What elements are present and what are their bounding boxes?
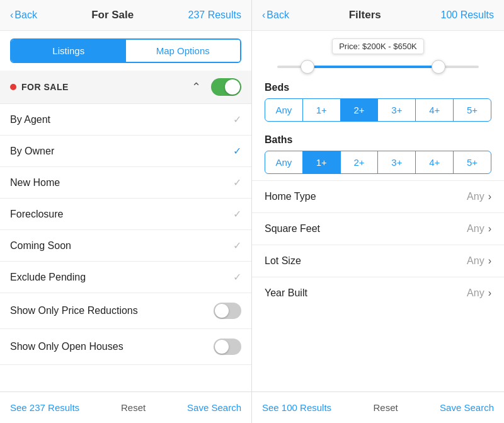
beds-label: Beds [265,82,491,93]
baths-1plus[interactable]: 1+ [303,151,341,173]
left-back-button[interactable]: ‹ Back [10,9,37,21]
list-item-label: New Home [10,177,233,188]
left-header: ‹ Back For Sale 237 Results [0,0,251,31]
list-item-label: By Owner [10,146,233,157]
list-item-label: Show Only Open Houses [10,341,214,352]
price-slider-thumb-left[interactable] [301,60,314,74]
for-sale-label: FOR SALE [21,82,192,92]
list-item-label: Foreclosure [10,209,233,220]
list-item-coming-soon[interactable]: Coming Soon ✓ [0,230,251,262]
right-save-search[interactable]: Save Search [440,402,494,413]
for-sale-dot [10,84,16,90]
right-results: 100 Results [441,9,495,21]
check-icon: ✓ [233,113,241,125]
tab-map-options[interactable]: Map Options [126,40,241,62]
left-back-chevron: ‹ [10,9,13,21]
baths-2plus[interactable]: 2+ [341,151,379,173]
baths-5plus[interactable]: 5+ [454,151,491,173]
list-item-open-houses[interactable]: Show Only Open Houses [0,329,251,365]
filter-rows: Home Type Any › Square Feet Any › Lot Si… [252,180,504,309]
filter-row-home-type[interactable]: Home Type Any › [252,180,504,212]
for-sale-collapse-icon[interactable]: ⌃ [192,80,201,94]
right-title: Filters [289,9,441,21]
baths-3plus[interactable]: 3+ [378,151,416,173]
check-icon: ✓ [233,271,241,283]
beds-section: Beds Any 1+ 2+ 3+ 4+ 5+ [252,76,504,128]
filter-list: By Agent ✓ By Owner ✓ New Home ✓ Foreclo… [0,104,251,365]
right-back-label: Back [266,9,289,21]
beds-4plus[interactable]: 4+ [416,99,454,121]
beds-3plus[interactable]: 3+ [378,99,416,121]
price-tooltip: Price: $200K - $650K [332,38,424,54]
beds-5plus[interactable]: 5+ [454,99,491,121]
chevron-right-icon: › [488,287,491,299]
for-sale-row: FOR SALE ⌃ [0,71,251,104]
left-save-search[interactable]: Save Search [187,402,241,413]
right-back-chevron: ‹ [262,9,265,21]
left-tab-bar: Listings Map Options [10,38,241,63]
list-item-by-agent[interactable]: By Agent ✓ [0,104,251,136]
filter-row-square-feet[interactable]: Square Feet Any › [252,212,504,245]
list-item-label: Show Only Price Reductions [10,305,214,316]
filter-row-value: Any [467,255,484,267]
check-icon: ✓ [233,208,241,220]
beds-any[interactable]: Any [265,99,303,121]
check-icon: ✓ [233,240,241,252]
left-see-results[interactable]: See 237 Results [10,402,79,413]
price-slider-fill [307,66,438,68]
left-panel: ‹ Back For Sale 237 Results Listings Map… [0,0,252,423]
filter-row-label: Square Feet [265,223,467,235]
list-item-label: By Agent [10,114,233,125]
price-slider-track[interactable] [277,66,479,68]
right-back-button[interactable]: ‹ Back [262,9,289,21]
filter-row-lot-size[interactable]: Lot Size Any › [252,245,504,277]
chevron-right-icon: › [488,191,491,202]
right-panel: ‹ Back Filters 100 Results Price: $200K … [252,0,504,423]
list-item-by-owner[interactable]: By Owner ✓ [0,136,251,167]
beds-1plus[interactable]: 1+ [303,99,341,121]
list-item-price-reductions[interactable]: Show Only Price Reductions [0,293,251,329]
left-back-label: Back [14,9,37,21]
filter-row-value: Any [467,191,484,202]
price-section: Price: $200K - $650K [252,31,504,76]
price-slider-thumb-right[interactable] [432,60,445,74]
open-houses-toggle[interactable] [214,339,241,355]
list-item-exclude-pending[interactable]: Exclude Pending ✓ [0,262,251,293]
for-sale-toggle[interactable] [211,78,241,96]
baths-section: Baths Any 1+ 2+ 3+ 4+ 5+ [252,128,504,180]
list-item-foreclosure[interactable]: Foreclosure ✓ [0,199,251,230]
chevron-right-icon: › [488,255,491,267]
baths-any[interactable]: Any [265,151,303,173]
left-footer: See 237 Results Reset Save Search [0,391,251,423]
filter-row-label: Year Built [265,287,467,299]
filter-row-value: Any [467,223,484,235]
left-reset[interactable]: Reset [79,402,187,413]
filter-row-label: Lot Size [265,255,467,267]
right-header: ‹ Back Filters 100 Results [252,0,504,31]
chevron-right-icon: › [488,223,491,235]
tab-listings[interactable]: Listings [11,40,126,62]
right-footer: See 100 Results Reset Save Search [252,391,504,423]
filter-row-label: Home Type [265,191,467,202]
left-title: For Sale [37,9,188,21]
baths-option-row: Any 1+ 2+ 3+ 4+ 5+ [265,151,491,174]
right-reset[interactable]: Reset [331,402,440,413]
check-icon: ✓ [233,177,241,188]
baths-label: Baths [265,134,491,146]
price-reductions-toggle[interactable] [214,303,241,319]
left-results: 237 Results [188,9,242,21]
right-see-results[interactable]: See 100 Results [262,402,331,413]
filter-row-value: Any [467,287,484,299]
filter-row-year-built[interactable]: Year Built Any › [252,277,504,309]
list-item-label: Exclude Pending [10,272,233,283]
list-item-new-home[interactable]: New Home ✓ [0,167,251,199]
list-item-label: Coming Soon [10,240,233,252]
baths-4plus[interactable]: 4+ [416,151,454,173]
beds-option-row: Any 1+ 2+ 3+ 4+ 5+ [265,98,491,122]
beds-2plus[interactable]: 2+ [341,99,379,121]
check-icon-blue: ✓ [233,145,241,157]
